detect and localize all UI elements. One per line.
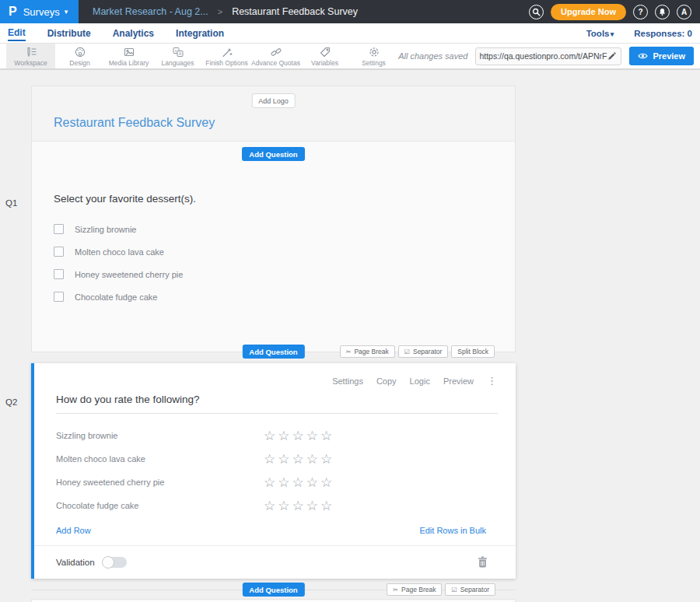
separator-button[interactable]: ☑Separator: [445, 583, 495, 596]
breadcrumb-separator-icon: >: [218, 7, 222, 16]
star-icon[interactable]: ☆: [264, 452, 278, 467]
star-icon[interactable]: ☆: [292, 429, 306, 443]
preview-button[interactable]: Preview: [629, 47, 694, 65]
breadcrumb-folder[interactable]: Market Research - Aug 2...: [93, 6, 208, 17]
rating-row: Molten choco lava cake ☆☆☆☆☆: [56, 447, 516, 471]
star-icon[interactable]: ☆: [278, 429, 292, 443]
option-row[interactable]: Molten choco lava cake: [54, 240, 515, 263]
star-icon[interactable]: ☆: [264, 499, 278, 513]
option-row[interactable]: Honey sweetened cherry pie: [54, 263, 515, 285]
delete-question-button[interactable]: [478, 556, 488, 568]
save-status: All changes saved: [398, 51, 467, 61]
edit-pencil-icon[interactable]: [607, 52, 616, 61]
star-rating[interactable]: ☆☆☆☆☆: [264, 453, 334, 466]
survey-block-2-selected: Settings Copy Logic Preview ⋮ How do you…: [31, 363, 516, 579]
toolbar-item-advance-quotas[interactable]: Advance Quotas: [251, 44, 300, 68]
add-question-button-bottom[interactable]: Add Question: [242, 583, 304, 597]
rating-row-label: Sizzling brownie: [56, 431, 264, 440]
page-break-button[interactable]: ✂Page Break: [387, 583, 442, 596]
star-icon[interactable]: ☆: [292, 475, 306, 490]
notifications-button[interactable]: [655, 5, 670, 19]
star-icon[interactable]: ☆: [278, 499, 292, 513]
add-logo-button[interactable]: Add Logo: [251, 93, 296, 108]
star-rating[interactable]: ☆☆☆☆☆: [264, 476, 334, 489]
toggle-knob: [102, 556, 114, 569]
star-icon[interactable]: ☆: [306, 452, 320, 467]
q1-question-text[interactable]: Select your favorite dessert(s).: [54, 193, 515, 205]
validation-toggle[interactable]: [103, 557, 127, 568]
star-icon[interactable]: ☆: [320, 452, 334, 467]
q1-options: Sizzling brownie Molten choco lava cake …: [54, 218, 515, 308]
split-block-button[interactable]: Split Block: [451, 345, 495, 358]
edit-rows-in-bulk-link[interactable]: Edit Rows in Bulk: [419, 526, 486, 535]
star-icon[interactable]: ☆: [278, 475, 292, 490]
q2-rating-rows: Sizzling brownie ☆☆☆☆☆ Molten choco lava…: [56, 424, 516, 517]
checkbox[interactable]: [54, 247, 64, 257]
kebab-menu-icon[interactable]: ⋮: [487, 375, 497, 387]
tab-analytics[interactable]: Analytics: [113, 26, 154, 40]
toolbar-item-variables[interactable]: Variables: [300, 44, 349, 68]
star-icon[interactable]: ☆: [306, 499, 320, 513]
tab-edit[interactable]: Edit: [8, 25, 26, 41]
star-icon[interactable]: ☆: [264, 429, 278, 443]
separator-label: Separator: [413, 348, 442, 355]
help-button[interactable]: ?: [633, 5, 648, 19]
star-icon[interactable]: ☆: [292, 499, 306, 513]
separator-button[interactable]: ☑Separator: [398, 345, 449, 358]
question-settings-link[interactable]: Settings: [332, 376, 363, 386]
option-row[interactable]: Chocolate fudge cake: [54, 285, 515, 308]
account-avatar[interactable]: A: [677, 5, 691, 19]
add-row-link[interactable]: Add Row: [56, 526, 91, 535]
upgrade-now-button[interactable]: Upgrade Now: [551, 4, 626, 20]
toolbar-item-settings[interactable]: Settings: [349, 44, 398, 68]
option-label: Molten choco lava cake: [75, 247, 164, 257]
star-icon[interactable]: ☆: [278, 452, 292, 467]
svg-text:x: x: [174, 47, 177, 52]
toolbar-item-label: Design: [69, 59, 89, 67]
checkbox[interactable]: [54, 224, 64, 234]
question-copy-link[interactable]: Copy: [376, 376, 397, 386]
star-icon[interactable]: ☆: [306, 475, 320, 490]
surveys-menu[interactable]: P Surveys ▾: [0, 0, 79, 23]
survey-url-input[interactable]: [479, 51, 607, 61]
tools-dropdown[interactable]: Tools ▾: [586, 29, 614, 38]
star-icon[interactable]: ☆: [264, 475, 278, 490]
toolbar-item-design[interactable]: Design: [55, 44, 104, 68]
add-question-button-top[interactable]: Add Question: [242, 147, 304, 161]
toolbar-item-languages[interactable]: xA Languages: [153, 44, 202, 68]
page-break-button[interactable]: ✂Page Break: [340, 345, 395, 358]
star-icon[interactable]: ☆: [320, 499, 334, 513]
top-bar: P Surveys ▾ Market Research - Aug 2... >…: [0, 0, 700, 23]
question-number-q1: Q1: [5, 198, 17, 208]
tab-distribute[interactable]: Distribute: [47, 26, 91, 40]
divider-chips: ✂Page Break ☑Separator Split Block: [340, 345, 515, 358]
star-icon[interactable]: ☆: [292, 452, 306, 467]
checkbox[interactable]: [54, 269, 64, 279]
toolbar-item-media-library[interactable]: Media Library: [104, 44, 153, 68]
star-icon[interactable]: ☆: [306, 429, 320, 443]
page-break-label: Page Break: [354, 348, 388, 355]
eye-icon: [638, 52, 648, 60]
add-question-button-mid[interactable]: Add Question: [242, 345, 304, 359]
option-label: Chocolate fudge cake: [75, 292, 157, 302]
star-rating[interactable]: ☆☆☆☆☆: [264, 429, 334, 443]
question-preview-link[interactable]: Preview: [443, 376, 474, 386]
rating-row-label: Honey sweetened cherry pie: [56, 478, 264, 487]
toolbar-item-finish-options[interactable]: Finish Options: [202, 44, 251, 68]
page-break-icon: ✂: [346, 348, 352, 355]
option-row[interactable]: Sizzling brownie: [54, 218, 515, 240]
toolbar-item-workspace[interactable]: Workspace: [6, 44, 55, 68]
tab-integration[interactable]: Integration: [176, 26, 224, 40]
q2-question-text[interactable]: How do you rate the following?: [56, 394, 498, 414]
search-button[interactable]: [529, 5, 544, 19]
toolbar-item-label: Languages: [161, 59, 194, 67]
checkbox[interactable]: [54, 292, 64, 302]
responses-count[interactable]: Responses: 0: [634, 29, 692, 38]
block-divider-actions-bottom: Add Question ✂Page Break ☑Separator: [31, 583, 516, 597]
separator-label: Separator: [460, 586, 489, 593]
survey-title[interactable]: Restaurant Feedback Survey: [54, 116, 215, 130]
star-icon[interactable]: ☆: [320, 475, 334, 490]
question-logic-link[interactable]: Logic: [410, 376, 430, 386]
star-icon[interactable]: ☆: [320, 429, 334, 443]
star-rating[interactable]: ☆☆☆☆☆: [264, 499, 334, 513]
